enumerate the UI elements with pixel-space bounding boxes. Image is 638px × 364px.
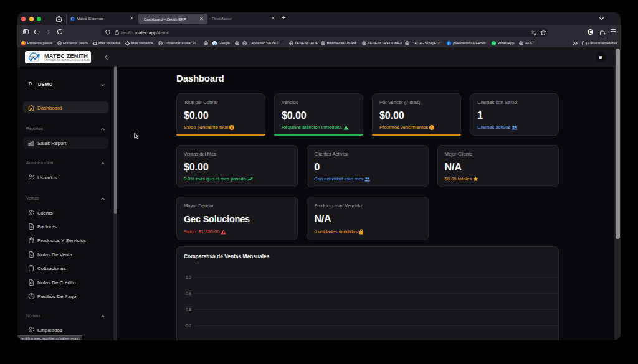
svg-text:$: $ [231,125,234,130]
svg-text:$: $ [30,253,32,257]
svg-text:G: G [213,41,216,45]
svg-text:A: A [533,32,536,35]
svg-text:$: $ [31,294,33,298]
